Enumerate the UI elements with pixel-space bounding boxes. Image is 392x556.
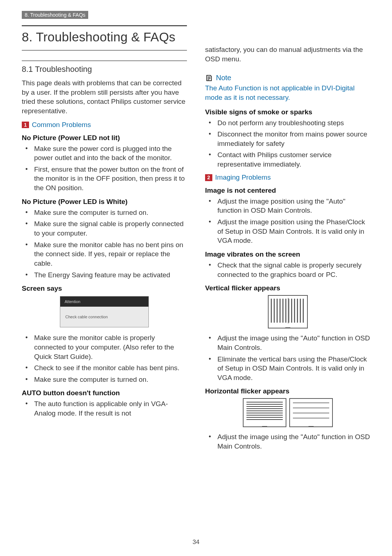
list-item: Adjust the image using the "Auto" functi… bbox=[205, 432, 370, 451]
left-column: 8. Troubleshooting & FAQs 8.1 Troublesho… bbox=[22, 25, 187, 454]
running-header: 8. Troubleshooting & FAQs bbox=[22, 11, 88, 19]
note-body: The Auto Function is not applicable in D… bbox=[205, 83, 370, 102]
list-item: Make sure the computer is turned on. bbox=[22, 375, 187, 384]
list-item: Make sure the computer is turned on. bbox=[22, 208, 187, 217]
image-vibrates-heading: Image vibrates on the screen bbox=[205, 250, 370, 258]
list-item: Disconnect the monitor from mains power … bbox=[205, 130, 370, 148]
note-icon bbox=[205, 74, 213, 82]
auto-button-heading: AUTO button doesn't function bbox=[22, 389, 187, 397]
vertical-flicker-illustration bbox=[268, 295, 308, 328]
page-number: 34 bbox=[193, 539, 200, 546]
common-problems-label: Common Problems bbox=[32, 121, 91, 128]
section-title: 8.1 Troubleshooting bbox=[22, 61, 187, 74]
number-badge-1: 1 bbox=[22, 122, 29, 128]
auto-continuation: satisfactory, you can do manual adjustme… bbox=[205, 45, 370, 64]
list-item: Make sure the monitor cable is properly … bbox=[22, 333, 187, 361]
list-item: Make sure the monitor cable has no bent … bbox=[22, 240, 187, 268]
list-item: Eliminate the vertical bars using the Ph… bbox=[205, 355, 370, 383]
common-problems-heading: 1Common Problems bbox=[22, 121, 187, 129]
list-item: Adjust the image using the "Auto" functi… bbox=[205, 334, 370, 352]
list-item: Check to see if the monitor cable has be… bbox=[22, 363, 187, 373]
list-item: Check that the signal cable is properly … bbox=[205, 261, 370, 279]
no-picture-led-off-heading: No Picture (Power LED not lit) bbox=[22, 134, 187, 142]
note-title: Note bbox=[216, 74, 231, 82]
list-item: First, ensure that the power button on t… bbox=[22, 165, 187, 193]
dialog-body: Check cable connection bbox=[60, 307, 148, 327]
list-item: Make sure the signal cable is properly c… bbox=[22, 219, 187, 238]
list-item: Do not perform any troubleshooting steps bbox=[205, 118, 370, 128]
list-item: Contact with Philips customer service re… bbox=[205, 150, 370, 169]
imaging-problems-heading: 2Imaging Problems bbox=[205, 173, 370, 181]
list-item: Make sure the power cord is plugged into… bbox=[22, 144, 187, 163]
list-item: Adjust the image position using the Phas… bbox=[205, 217, 370, 245]
horizontal-flicker-heading: Horizontal flicker appears bbox=[205, 387, 370, 395]
screen-says-heading: Screen says bbox=[22, 285, 187, 293]
intro-paragraph: This page deals with problems that can b… bbox=[22, 78, 187, 116]
list-item: Adjust the image position using the "Aut… bbox=[205, 197, 370, 215]
horizontal-flicker-illustration bbox=[205, 398, 370, 427]
attention-dialog: Attention Check cable connection bbox=[60, 296, 149, 327]
image-not-centered-heading: Image is not centered bbox=[205, 187, 370, 195]
number-badge-2: 2 bbox=[205, 174, 212, 181]
right-column: satisfactory, you can do manual adjustme… bbox=[205, 25, 370, 454]
imaging-problems-label: Imaging Problems bbox=[215, 173, 271, 181]
smoke-heading: Visible signs of smoke or sparks bbox=[205, 108, 370, 116]
list-item: The auto function is applicable only in … bbox=[22, 399, 187, 418]
no-picture-led-white-heading: No Picture (Power LED is White) bbox=[22, 198, 187, 206]
chapter-title: 8. Troubleshooting & FAQs bbox=[22, 25, 187, 50]
dialog-title: Attention bbox=[60, 297, 148, 307]
list-item: The Energy Saving feature may be activat… bbox=[22, 270, 187, 280]
vertical-flicker-heading: Vertical flicker appears bbox=[205, 284, 370, 292]
